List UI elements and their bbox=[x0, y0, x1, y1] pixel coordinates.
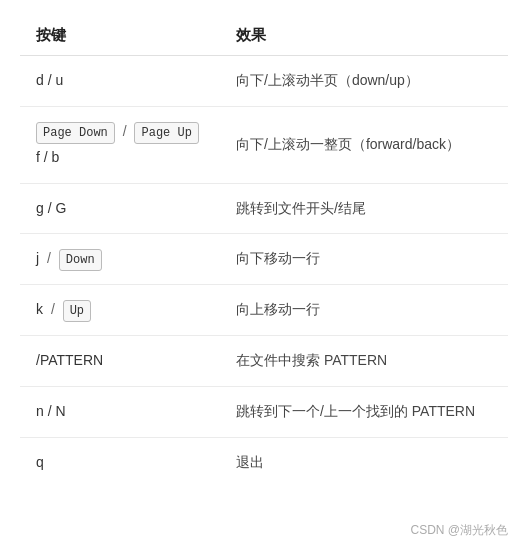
table-row: j / Down 向下移动一行 bbox=[20, 234, 508, 285]
col-effect-header: 效果 bbox=[220, 16, 508, 56]
effect-text: 向下移动一行 bbox=[236, 250, 320, 266]
key-cell: j / Down bbox=[20, 234, 220, 285]
effect-cell: 向下/上滚动半页（down/up） bbox=[220, 56, 508, 107]
shortcut-table: 按键 效果 d / u 向下/上滚动半页（down/up） Page Down bbox=[20, 16, 508, 488]
key-cell: Page Down / Page Up f / b bbox=[20, 106, 220, 183]
key-line: f / b bbox=[36, 146, 204, 170]
key-text: k / Up bbox=[36, 301, 91, 317]
effect-cell: 向下/上滚动一整页（forward/back） bbox=[220, 106, 508, 183]
col-keys-header: 按键 bbox=[20, 16, 220, 56]
effect-cell: 跳转到文件开头/结尾 bbox=[220, 183, 508, 234]
key-text: q bbox=[36, 454, 44, 470]
effect-text: 向下/上滚动半页（down/up） bbox=[236, 72, 419, 88]
key-cell: g / G bbox=[20, 183, 220, 234]
up-key: Up bbox=[63, 300, 91, 322]
table-row: g / G 跳转到文件开头/结尾 bbox=[20, 183, 508, 234]
key-text: d / u bbox=[36, 72, 63, 88]
effect-text: 跳转到文件开头/结尾 bbox=[236, 200, 366, 216]
key-cell: /PATTERN bbox=[20, 336, 220, 387]
pagedown-key: Page Down bbox=[36, 122, 115, 144]
key-cell: q bbox=[20, 437, 220, 487]
key-cell: k / Up bbox=[20, 285, 220, 336]
down-key: Down bbox=[59, 249, 102, 271]
key-text: g / G bbox=[36, 200, 66, 216]
key-text: /PATTERN bbox=[36, 352, 103, 368]
key-line: Page Down / Page Up bbox=[36, 120, 204, 144]
table-row: n / N 跳转到下一个/上一个找到的 PATTERN bbox=[20, 387, 508, 438]
effect-text: 跳转到下一个/上一个找到的 PATTERN bbox=[236, 403, 475, 419]
footer: CSDN @湖光秋色 bbox=[0, 518, 528, 547]
effect-text: 向下/上滚动一整页（forward/back） bbox=[236, 136, 460, 152]
key-text: j / Down bbox=[36, 250, 102, 266]
key-cell: d / u bbox=[20, 56, 220, 107]
effect-cell: 向下移动一行 bbox=[220, 234, 508, 285]
effect-text: 向上移动一行 bbox=[236, 301, 320, 317]
table-container: 按键 效果 d / u 向下/上滚动半页（down/up） Page Down bbox=[0, 0, 528, 518]
table-row: k / Up 向上移动一行 bbox=[20, 285, 508, 336]
table-row: Page Down / Page Up f / b 向下/上滚动一整页（forw… bbox=[20, 106, 508, 183]
pageup-key: Page Up bbox=[134, 122, 198, 144]
effect-text: 退出 bbox=[236, 454, 264, 470]
effect-cell: 跳转到下一个/上一个找到的 PATTERN bbox=[220, 387, 508, 438]
key-text: n / N bbox=[36, 403, 66, 419]
table-row: q 退出 bbox=[20, 437, 508, 487]
effect-cell: 在文件中搜索 PATTERN bbox=[220, 336, 508, 387]
key-cell: n / N bbox=[20, 387, 220, 438]
footer-text: CSDN @湖光秋色 bbox=[410, 523, 508, 537]
table-row: /PATTERN 在文件中搜索 PATTERN bbox=[20, 336, 508, 387]
table-row: d / u 向下/上滚动半页（down/up） bbox=[20, 56, 508, 107]
effect-cell: 退出 bbox=[220, 437, 508, 487]
effect-cell: 向上移动一行 bbox=[220, 285, 508, 336]
effect-text: 在文件中搜索 PATTERN bbox=[236, 352, 387, 368]
